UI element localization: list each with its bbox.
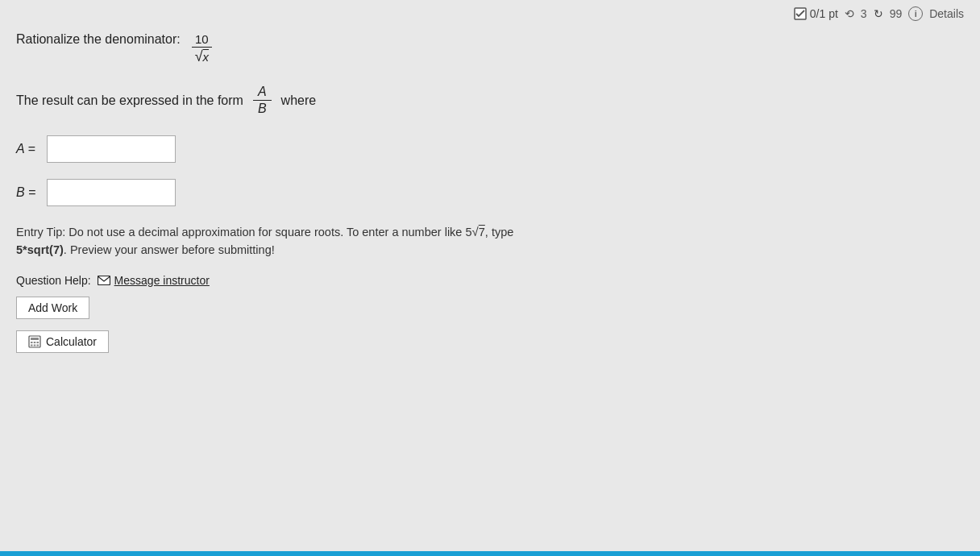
result-fraction-denominator: B bbox=[253, 101, 272, 116]
result-fraction: A B bbox=[253, 85, 272, 116]
svg-rect-3 bbox=[31, 338, 39, 340]
svg-rect-7 bbox=[31, 344, 33, 346]
b-input[interactable] bbox=[47, 179, 176, 206]
a-input-row: A = bbox=[16, 135, 956, 163]
b-label: B = bbox=[16, 185, 40, 200]
calculator-label: Calculator bbox=[46, 335, 97, 348]
calculator-icon bbox=[28, 335, 41, 348]
message-instructor-text: Message instructor bbox=[114, 274, 210, 287]
fraction-numerator: 10 bbox=[192, 32, 212, 48]
sqrt-symbol: √ bbox=[195, 48, 203, 64]
retry-icon: ⟲ bbox=[845, 7, 854, 20]
svg-rect-8 bbox=[34, 344, 36, 346]
code-example: 5*sqrt(7) bbox=[16, 243, 64, 256]
retry-count: 3 bbox=[861, 7, 867, 20]
checkbox-icon bbox=[794, 7, 807, 20]
add-work-label: Add Work bbox=[28, 301, 77, 314]
score-badge: 0/1 pt bbox=[794, 7, 838, 20]
info-icon[interactable]: i bbox=[908, 6, 923, 21]
main-fraction: 10 √x bbox=[192, 32, 212, 65]
a-label: A = bbox=[16, 142, 40, 156]
where-text: where bbox=[281, 93, 317, 108]
bottom-bar bbox=[0, 551, 980, 556]
sqrt-variable: x bbox=[203, 50, 210, 64]
attempts-count: 99 bbox=[890, 7, 903, 20]
problem-statement: Rationalize the denominator: 10 √x bbox=[16, 32, 956, 65]
attempts-icon: ↻ bbox=[874, 7, 883, 20]
svg-rect-9 bbox=[37, 344, 39, 346]
svg-rect-5 bbox=[34, 342, 36, 343]
question-help-row: Question Help: Message instructor bbox=[16, 274, 956, 287]
svg-rect-6 bbox=[37, 342, 39, 343]
calculator-button[interactable]: Calculator bbox=[16, 330, 109, 353]
a-input[interactable] bbox=[47, 135, 176, 163]
question-help-label: Question Help: bbox=[16, 274, 91, 287]
envelope-icon bbox=[98, 276, 110, 285]
svg-rect-4 bbox=[31, 342, 33, 343]
entry-tip-text: Entry Tip: Do not use a decimal approxim… bbox=[16, 226, 513, 256]
fraction-denominator: √x bbox=[192, 48, 212, 65]
score-text: 0/1 pt bbox=[810, 7, 838, 20]
b-input-row: B = bbox=[16, 179, 956, 206]
result-form-text: The result can be expressed in the form bbox=[16, 93, 243, 108]
result-fraction-numerator: A bbox=[253, 85, 272, 101]
result-form-line: The result can be expressed in the form … bbox=[16, 85, 956, 116]
add-work-button[interactable]: Add Work bbox=[16, 297, 89, 319]
message-instructor-link[interactable]: Message instructor bbox=[98, 274, 210, 287]
details-link[interactable]: Details bbox=[929, 7, 964, 20]
entry-tip: Entry Tip: Do not use a decimal approxim… bbox=[16, 222, 564, 259]
instruction-text: Rationalize the denominator: bbox=[16, 32, 181, 47]
